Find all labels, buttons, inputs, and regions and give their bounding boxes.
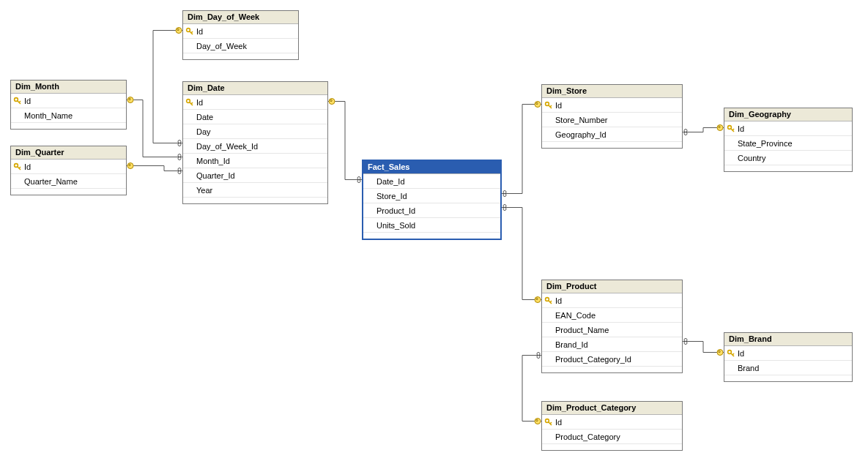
- column-row[interactable]: Month_Name: [11, 108, 126, 123]
- svg-line-2: [191, 31, 193, 33]
- primary-key-icon-slot: [183, 27, 196, 36]
- column-name: Units_Sold: [376, 221, 496, 230]
- column-row[interactable]: Brand_Id: [542, 337, 682, 352]
- column-name: Date: [196, 113, 323, 121]
- column-row[interactable]: Product_Name: [542, 323, 682, 337]
- table-header[interactable]: Dim_Day_of_Week: [183, 11, 298, 24]
- columns-list: IdDay_of_Week: [183, 24, 298, 59]
- svg-point-56: [684, 342, 687, 345]
- column-name: Geography_Id: [555, 130, 678, 139]
- table-dim_store[interactable]: Dim_StoreIdStore_NumberGeography_Id: [541, 84, 683, 149]
- table-dim_geography[interactable]: Dim_GeographyIdState_ProvinceCountry: [724, 108, 853, 172]
- column-row[interactable]: EAN_Code: [542, 308, 682, 323]
- table-fact_sales[interactable]: Fact_SalesDate_IdStore_IdProduct_IdUnits…: [362, 160, 502, 240]
- column-row[interactable]: Id: [11, 94, 126, 108]
- primary-key-icon: [544, 296, 553, 305]
- column-row[interactable]: Product_Category_Id: [542, 352, 682, 367]
- table-header[interactable]: Dim_Product: [542, 280, 682, 293]
- table-dim_product[interactable]: Dim_ProductIdEAN_CodeProduct_NameBrand_I…: [541, 280, 683, 373]
- column-row[interactable]: Id: [183, 24, 298, 39]
- svg-point-62: [536, 419, 538, 421]
- column-row[interactable]: Id: [724, 346, 852, 361]
- column-name: Id: [24, 97, 122, 105]
- column-row[interactable]: Product_Id: [363, 203, 500, 218]
- column-row[interactable]: Day_of_Week: [183, 39, 298, 53]
- svg-point-51: [684, 130, 687, 132]
- table-dim_quarter[interactable]: Dim_QuarterIdQuarter_Name: [10, 146, 127, 195]
- column-row[interactable]: Day_of_Week_Id: [183, 139, 327, 154]
- column-row[interactable]: Store_Id: [363, 189, 500, 203]
- column-name: Id: [555, 418, 678, 427]
- column-name: State_Province: [738, 139, 847, 148]
- table-header[interactable]: Dim_Brand: [724, 333, 852, 346]
- svg-point-49: [535, 297, 541, 303]
- table-header[interactable]: Dim_Product_Category: [542, 402, 682, 415]
- column-row[interactable]: Id: [11, 160, 126, 174]
- primary-key-icon: [185, 27, 194, 36]
- table-dim_product_category[interactable]: Dim_Product_CategoryIdProduct_Category: [541, 401, 683, 451]
- primary-key-icon: [13, 97, 22, 105]
- column-row[interactable]: Id: [542, 98, 682, 113]
- column-name: Id: [196, 98, 323, 107]
- svg-line-14: [550, 105, 552, 107]
- table-dim_day_of_week[interactable]: Dim_Day_of_WeekIdDay_of_Week: [182, 10, 299, 60]
- table-header[interactable]: Fact_Sales: [363, 161, 500, 174]
- svg-point-35: [178, 168, 181, 171]
- primary-key-icon: [544, 101, 553, 110]
- svg-point-53: [717, 125, 723, 131]
- primary-key-icon-slot: [11, 97, 24, 105]
- column-name: Quarter_Name: [24, 177, 122, 186]
- table-dim_month[interactable]: Dim_MonthIdMonth_Name: [10, 80, 127, 130]
- column-row[interactable]: Id: [724, 121, 852, 136]
- columns-list: IdBrand: [724, 346, 852, 381]
- svg-point-54: [719, 126, 720, 127]
- columns-list: IdDateDayDay_of_Week_IdMonth_IdQuarter_I…: [183, 95, 327, 203]
- column-name: Id: [196, 27, 294, 36]
- column-row[interactable]: Brand: [724, 361, 852, 375]
- columns-list: IdEAN_CodeProduct_NameBrand_IdProduct_Ca…: [542, 293, 682, 372]
- svg-line-11: [191, 102, 193, 104]
- svg-line-26: [550, 422, 552, 424]
- primary-key-icon-slot: [724, 124, 738, 133]
- svg-point-41: [329, 99, 335, 105]
- column-name: Day: [196, 127, 323, 136]
- column-row[interactable]: Id: [542, 415, 682, 430]
- svg-point-45: [535, 102, 541, 108]
- table-dim_date[interactable]: Dim_DateIdDateDayDay_of_Week_IdMonth_IdQ…: [182, 81, 328, 204]
- column-row[interactable]: Month_Id: [183, 154, 327, 168]
- column-row[interactable]: Id: [183, 95, 327, 110]
- column-name: Id: [738, 124, 847, 133]
- column-row[interactable]: Product_Category: [542, 430, 682, 444]
- table-header[interactable]: Dim_Month: [11, 80, 126, 94]
- column-row[interactable]: Geography_Id: [542, 127, 682, 142]
- columns-list: IdStore_NumberGeography_Id: [542, 98, 682, 148]
- column-row[interactable]: Units_Sold: [363, 218, 500, 233]
- table-header[interactable]: Dim_Geography: [724, 108, 852, 121]
- table-dim_brand[interactable]: Dim_BrandIdBrand: [724, 332, 853, 382]
- primary-key-icon-slot: [542, 418, 555, 427]
- column-name: Year: [196, 186, 323, 195]
- table-header[interactable]: Dim_Store: [542, 85, 682, 98]
- primary-key-icon: [13, 162, 22, 171]
- column-row[interactable]: Year: [183, 183, 327, 198]
- svg-point-46: [536, 102, 538, 104]
- table-header[interactable]: Dim_Date: [183, 82, 327, 95]
- column-row[interactable]: Store_Number: [542, 113, 682, 127]
- column-row[interactable]: Date: [183, 110, 327, 124]
- svg-point-29: [176, 28, 182, 34]
- column-row[interactable]: Quarter_Id: [183, 168, 327, 183]
- column-row[interactable]: Id: [542, 293, 682, 308]
- svg-point-34: [129, 98, 130, 100]
- column-row[interactable]: Day: [183, 124, 327, 139]
- svg-line-23: [732, 353, 734, 355]
- table-header[interactable]: Dim_Quarter: [11, 146, 126, 160]
- column-row[interactable]: State_Province: [724, 136, 852, 151]
- svg-point-27: [178, 141, 181, 143]
- column-row[interactable]: Country: [724, 151, 852, 165]
- column-name: Month_Id: [196, 157, 323, 165]
- column-row[interactable]: Quarter_Name: [11, 174, 126, 189]
- column-row[interactable]: Date_Id: [363, 174, 500, 189]
- primary-key-icon: [185, 98, 194, 107]
- svg-point-50: [536, 298, 538, 299]
- svg-point-48: [503, 208, 506, 211]
